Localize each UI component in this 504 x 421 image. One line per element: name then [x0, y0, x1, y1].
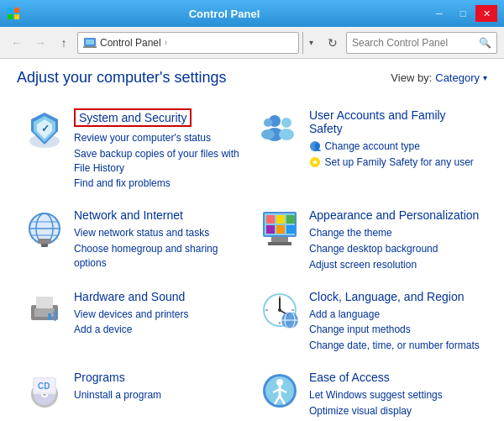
system-security-content: System and Security Review your computer… [74, 108, 245, 191]
svg-rect-1 [14, 8, 19, 13]
view-by: View by: Category ▾ [391, 71, 487, 84]
title-bar-left [7, 7, 20, 20]
minimize-button[interactable]: ─ [428, 5, 450, 22]
change-account-icon: 👤 [309, 140, 321, 152]
svg-point-66 [276, 379, 283, 386]
network-link-1[interactable]: View network status and tasks [74, 226, 245, 240]
hardware-link-1[interactable]: View devices and printers [74, 308, 245, 322]
user-accounts-content: User Accounts and Family Safety 👤 Change… [309, 108, 480, 170]
system-security-link-2[interactable]: Save backup copies of your files with Fi… [74, 147, 245, 176]
svg-rect-34 [286, 215, 295, 224]
breadcrumb: Control Panel › [77, 32, 299, 54]
appearance-icon [259, 208, 301, 250]
svg-text:👤: 👤 [312, 141, 322, 151]
programs-icon: CD [24, 370, 66, 412]
svg-rect-3 [14, 14, 19, 19]
user-accounts-link-2[interactable]: Set up Family Safety for any user [324, 156, 473, 168]
svg-rect-2 [8, 14, 13, 19]
clock-link-3[interactable]: Change date, time, or number formats [309, 339, 480, 353]
search-input[interactable] [352, 37, 479, 49]
breadcrumb-arrow: › [165, 38, 167, 47]
breadcrumb-icon [83, 36, 97, 50]
search-box: 🔍 [346, 32, 497, 54]
svg-rect-38 [271, 237, 288, 242]
ease-title[interactable]: Ease of Access [309, 371, 390, 384]
appearance-title[interactable]: Appearance and Personalization [309, 208, 479, 222]
appearance-link-1[interactable]: Change the theme [309, 226, 480, 240]
svg-rect-36 [276, 225, 285, 234]
svg-rect-32 [266, 215, 275, 224]
svg-rect-41 [34, 308, 55, 317]
svg-rect-33 [276, 215, 285, 224]
svg-point-14 [281, 118, 291, 128]
system-security-title[interactable]: System and Security [74, 108, 192, 127]
category-hardware: Hardware and Sound View devices and prin… [17, 281, 252, 361]
up-button[interactable]: ↑ [54, 33, 74, 53]
hardware-link-2[interactable]: Add a device [74, 323, 245, 337]
clock-link-1[interactable]: Add a language [309, 308, 480, 322]
restore-button[interactable]: □ [452, 5, 474, 22]
appearance-content: Appearance and Personalization Change th… [309, 208, 480, 271]
view-by-arrow[interactable]: ▾ [483, 73, 487, 82]
category-programs: CD Programs Uninstall a program [17, 361, 252, 421]
forward-button[interactable]: → [30, 33, 50, 53]
clock-icon [259, 289, 301, 331]
appearance-link-2[interactable]: Change desktop background [309, 242, 480, 256]
categories-grid: ✓ System and Security Review your comput… [17, 100, 487, 421]
svg-rect-39 [268, 242, 291, 245]
svg-point-17 [261, 129, 275, 139]
category-ease: Ease of Access Let Windows suggest setti… [252, 361, 487, 421]
network-icon [24, 208, 66, 250]
top-row: Adjust your computer's settings View by:… [17, 69, 487, 87]
svg-text:CD: CD [38, 382, 50, 391]
ease-content: Ease of Access Let Windows suggest setti… [309, 370, 480, 418]
appearance-link-3[interactable]: Adjust screen resolution [309, 258, 480, 272]
svg-rect-37 [286, 225, 295, 234]
programs-title[interactable]: Programs [74, 371, 125, 384]
main-content: Adjust your computer's settings View by:… [0, 59, 504, 421]
title-bar-buttons: ─ □ ✕ [428, 5, 497, 22]
back-button[interactable]: ← [7, 33, 27, 53]
hardware-content: Hardware and Sound View devices and prin… [74, 289, 245, 338]
system-security-icon: ✓ [24, 108, 66, 150]
category-network: Network and Internet View network status… [17, 199, 252, 280]
svg-rect-0 [8, 8, 13, 13]
svg-text:★: ★ [312, 158, 318, 166]
svg-point-16 [264, 118, 272, 127]
svg-rect-6 [83, 46, 97, 48]
user-accounts-link-1[interactable]: Change account type [324, 140, 419, 152]
hardware-title[interactable]: Hardware and Sound [74, 290, 185, 303]
svg-rect-29 [41, 244, 48, 247]
network-content: Network and Internet View network status… [74, 208, 245, 270]
view-by-label: View by: [391, 71, 432, 84]
svg-rect-28 [38, 239, 51, 244]
view-by-dropdown[interactable]: Category [435, 71, 480, 84]
network-title[interactable]: Network and Internet [74, 208, 183, 222]
svg-point-15 [279, 129, 294, 140]
breadcrumb-dropdown[interactable]: ▾ [302, 32, 319, 54]
network-link-2[interactable]: Choose homegroup and sharing options [74, 242, 245, 271]
close-button[interactable]: ✕ [475, 5, 497, 22]
title-bar: Control Panel ─ □ ✕ [0, 0, 504, 27]
category-clock: Clock, Language, and Region Add a langua… [252, 281, 487, 361]
svg-text:✓: ✓ [41, 123, 50, 134]
svg-rect-42 [36, 297, 53, 308]
ease-link-1[interactable]: Let Windows suggest settings [309, 388, 480, 403]
clock-title[interactable]: Clock, Language, and Region [309, 290, 464, 303]
svg-rect-35 [266, 225, 275, 234]
system-security-link-3[interactable]: Find and fix problems [74, 176, 245, 191]
programs-link-1[interactable]: Uninstall a program [74, 388, 245, 403]
user-accounts-title[interactable]: User Accounts and Family Safety [309, 108, 480, 135]
refresh-button[interactable]: ↻ [323, 33, 343, 53]
svg-rect-44 [48, 313, 51, 320]
window-title: Control Panel [20, 8, 428, 20]
search-icon: 🔍 [479, 37, 491, 49]
page-title: Adjust your computer's settings [17, 69, 227, 87]
address-bar: ← → ↑ Control Panel › ▾ ↻ 🔍 [0, 27, 504, 59]
ease-link-2[interactable]: Optimize visual display [309, 404, 480, 418]
clock-link-2[interactable]: Change input methods [309, 323, 480, 337]
system-security-link-1[interactable]: Review your computer's status [74, 131, 245, 145]
svg-rect-5 [86, 39, 94, 45]
user-accounts-icon [259, 108, 301, 150]
user-accounts-link-1-container: 👤 Change account type [309, 138, 480, 154]
